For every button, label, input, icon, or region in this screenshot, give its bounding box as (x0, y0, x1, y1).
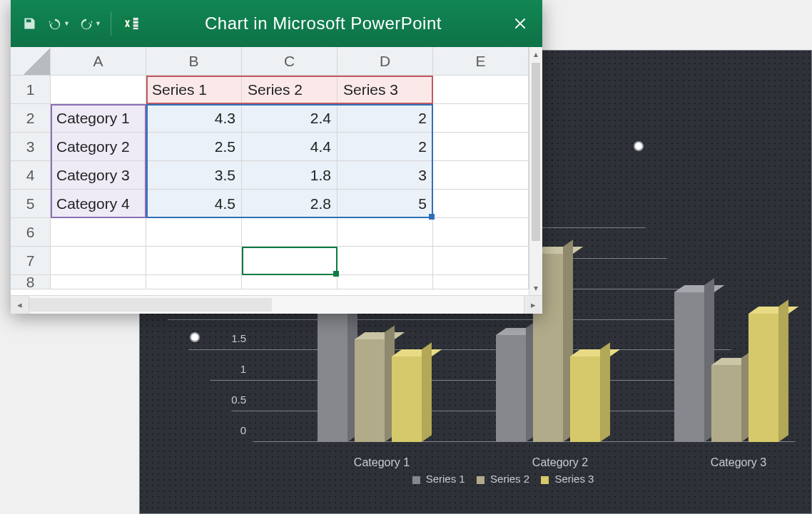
chart-resize-handle-top[interactable] (634, 141, 644, 151)
row-header-5[interactable]: 5 (11, 190, 51, 218)
scroll-left-button[interactable]: ◂ (11, 296, 29, 314)
row-header-3[interactable]: 3 (11, 133, 51, 161)
bar-s1-c3[interactable] (674, 292, 704, 442)
cell-A4[interactable]: Category 3 (51, 161, 146, 190)
legend-swatch (541, 476, 549, 484)
vertical-scrollbar[interactable]: ▴ ▾ (529, 47, 542, 295)
chart-legend[interactable]: Series 1 Series 2 Series 3 (210, 473, 796, 485)
cell-B4[interactable]: 3.5 (146, 161, 242, 190)
cell-E1[interactable] (433, 76, 529, 104)
bar-s2-c3[interactable] (711, 365, 741, 442)
window-title: Chart in Microsoft PowerPoint (143, 14, 504, 34)
row-header-4[interactable]: 4 (11, 161, 51, 190)
cell-B2[interactable]: 4.3 (146, 104, 242, 133)
cell-A1[interactable] (51, 76, 146, 104)
x-category-label: Category 3 (674, 456, 803, 469)
cell-A5[interactable]: Category 4 (51, 190, 146, 218)
excel-icon[interactable] (117, 11, 143, 36)
legend-swatch (412, 476, 420, 484)
toolbar-divider (111, 11, 111, 36)
save-button[interactable] (16, 11, 42, 36)
legend-swatch (477, 476, 484, 484)
horizontal-scrollbar[interactable]: ◂ ▸ (11, 295, 542, 314)
cell-B7[interactable] (146, 247, 242, 275)
cell-D7[interactable] (338, 247, 433, 275)
cell-E6[interactable] (433, 218, 529, 247)
vertical-scroll-thumb[interactable] (532, 63, 540, 241)
cell-A3[interactable]: Category 2 (51, 133, 146, 161)
cell-C5[interactable]: 2.8 (242, 190, 338, 218)
cell-C8[interactable] (242, 275, 338, 289)
cell-E3[interactable] (433, 133, 529, 161)
cell-B8[interactable] (146, 275, 242, 289)
window-titlebar[interactable]: ▼ ▼ Chart in Microsoft PowerPoint (11, 0, 542, 47)
legend-item-series2[interactable]: Series 2 (477, 473, 529, 485)
svg-rect-1 (133, 18, 138, 20)
close-button[interactable] (504, 7, 537, 40)
legend-item-series3[interactable]: Series 3 (541, 473, 594, 485)
horizontal-scroll-thumb[interactable] (29, 298, 272, 312)
select-all-corner[interactable] (11, 47, 51, 76)
cell-E4[interactable] (433, 161, 529, 190)
cell-D5[interactable]: 5 (338, 190, 433, 218)
redo-dropdown[interactable]: ▼ (95, 20, 103, 27)
bar-s2-c1[interactable] (355, 339, 385, 442)
cell-B5[interactable]: 4.5 (146, 190, 242, 218)
cell-D2[interactable]: 2 (338, 104, 433, 133)
horizontal-scroll-track[interactable] (29, 296, 524, 314)
row-header-7[interactable]: 7 (11, 247, 51, 275)
cell-E5[interactable] (433, 190, 529, 218)
bar-s3-c2[interactable] (570, 356, 600, 442)
cell-E8[interactable] (433, 275, 529, 289)
bar-s1-c2[interactable] (496, 335, 526, 442)
cell-B6[interactable] (146, 218, 242, 247)
bar-s3-c1[interactable] (392, 356, 422, 442)
svg-rect-3 (133, 24, 138, 26)
cell-D3[interactable]: 2 (338, 133, 433, 161)
row-header-2[interactable]: 2 (11, 104, 51, 133)
scroll-right-button[interactable]: ▸ (524, 296, 542, 314)
cell-C6[interactable] (242, 218, 338, 247)
scroll-down-button[interactable]: ▾ (529, 281, 542, 295)
cell-A6[interactable] (51, 218, 146, 247)
col-header-E[interactable]: E (433, 47, 529, 76)
col-header-D[interactable]: D (338, 47, 433, 76)
cell-D8[interactable] (338, 275, 433, 289)
cell-A8[interactable] (51, 275, 146, 289)
x-category-label: Category 1 (318, 456, 446, 469)
bar-s3-c3[interactable] (748, 314, 778, 442)
col-header-C[interactable]: C (242, 47, 338, 76)
scroll-up-button[interactable]: ▴ (529, 47, 542, 61)
cell-D1[interactable]: Series 3 (338, 76, 433, 104)
cell-E2[interactable] (433, 104, 529, 133)
cell-C1[interactable]: Series 2 (242, 76, 338, 104)
undo-dropdown[interactable]: ▼ (64, 20, 72, 27)
legend-label: Series 2 (490, 473, 529, 485)
legend-label: Series 3 (554, 473, 594, 485)
cell-B3[interactable]: 2.5 (146, 133, 242, 161)
cell-A7[interactable] (51, 247, 146, 275)
svg-rect-4 (133, 28, 138, 29)
cell-B1[interactable]: Series 1 (146, 76, 242, 104)
cell-C2[interactable]: 2.4 (242, 104, 338, 133)
legend-label: Series 1 (426, 473, 465, 485)
row-header-6[interactable]: 6 (11, 218, 51, 247)
cell-A2[interactable]: Category 1 (51, 104, 146, 133)
cell-E7[interactable] (433, 247, 529, 275)
col-header-A[interactable]: A (51, 47, 146, 76)
spreadsheet-area: A B C D E 1 Series 1 Series 2 Series 3 2… (11, 47, 542, 295)
cell-C3[interactable]: 4.4 (242, 133, 338, 161)
spreadsheet-grid[interactable]: A B C D E 1 Series 1 Series 2 Series 3 2… (11, 47, 529, 295)
cell-C7[interactable] (242, 247, 338, 275)
cell-C4[interactable]: 1.8 (242, 161, 338, 190)
chart-data-editor-window: ▼ ▼ Chart in Microsoft PowerPoint A B C … (11, 0, 542, 314)
svg-rect-2 (133, 21, 138, 24)
cell-D6[interactable] (338, 218, 433, 247)
row-header-8[interactable]: 8 (11, 275, 51, 289)
col-header-B[interactable]: B (146, 47, 242, 76)
x-category-label: Category 2 (496, 456, 624, 469)
row-header-1[interactable]: 1 (11, 76, 51, 104)
cell-D4[interactable]: 3 (338, 161, 433, 190)
legend-item-series1[interactable]: Series 1 (412, 473, 465, 485)
